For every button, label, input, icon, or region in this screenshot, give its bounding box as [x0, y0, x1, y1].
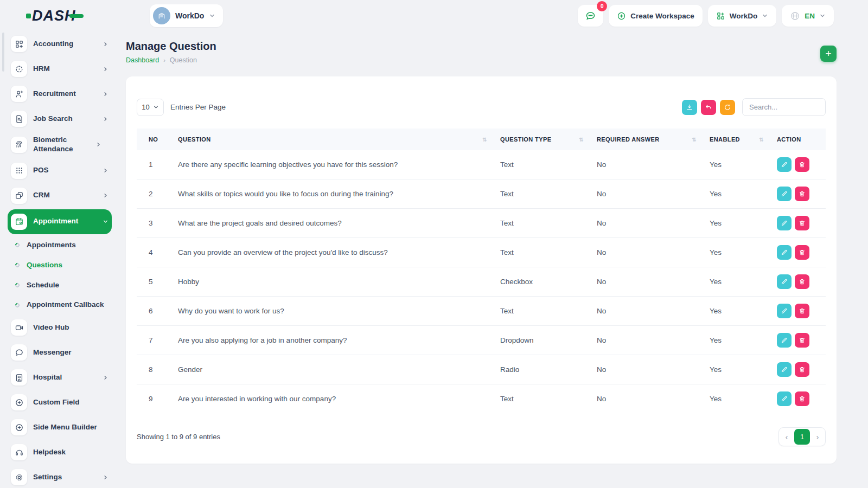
delete-button[interactable]: [795, 391, 809, 406]
fingerprint-icon: [11, 137, 27, 153]
cell-action: [770, 209, 826, 238]
delete-button[interactable]: [795, 245, 809, 260]
sidebar-item-hrm[interactable]: HRM: [8, 56, 112, 81]
entries-per-page-select[interactable]: 10: [137, 99, 164, 116]
top-header: DASH WorkDo 0 Create Workspace WorkDo: [0, 0, 868, 31]
sidebar-item-accounting[interactable]: Accounting: [8, 31, 112, 56]
trash-icon: [799, 161, 806, 168]
chat-bubble-icon: [585, 10, 596, 22]
edit-button[interactable]: [777, 245, 792, 260]
delete-button[interactable]: [795, 187, 809, 201]
cell-enabled: Yes: [703, 326, 770, 355]
sidebar-subitem-appointments[interactable]: Appointments: [8, 235, 112, 255]
showing-entries-text: Showing 1 to 9 of 9 entries: [137, 433, 220, 441]
chevron-right-icon: [95, 142, 101, 147]
reset-button[interactable]: [701, 100, 716, 115]
trash-icon: [799, 220, 806, 227]
page-header: Manage Question Dashboard › Question +: [126, 40, 837, 64]
chevron-right-icon: [103, 66, 108, 72]
sort-icon[interactable]: ⇅: [478, 137, 487, 143]
cell-question: Are there any specific learning objectiv…: [171, 150, 494, 179]
sort-icon[interactable]: ⇅: [575, 137, 584, 143]
table-row: 9 Are you interested in working with our…: [137, 384, 826, 414]
trash-icon: [799, 307, 806, 314]
edit-button[interactable]: [777, 157, 792, 172]
language-selector[interactable]: EN: [782, 5, 834, 27]
workdo-dropdown-label: WorkDo: [730, 12, 758, 20]
cell-question-type: Text: [494, 238, 590, 267]
bullet-icon: [14, 262, 20, 268]
cell-enabled: Yes: [703, 384, 770, 414]
calendar-icon: [11, 214, 27, 230]
circle-plus-icon: [11, 419, 27, 435]
chevron-right-icon: [103, 91, 108, 97]
sidebar-item-custom-field[interactable]: Custom Field: [8, 390, 112, 415]
sort-icon[interactable]: ⇅: [755, 137, 764, 143]
cell-required-answer: No: [590, 384, 703, 414]
sidebar-scrollbar[interactable]: [2, 33, 4, 72]
refresh-button[interactable]: [720, 100, 735, 115]
app-logo[interactable]: DASH: [26, 8, 107, 24]
edit-button[interactable]: [777, 216, 792, 230]
edit-button[interactable]: [777, 304, 792, 318]
breadcrumb-dashboard-link[interactable]: Dashboard: [126, 56, 159, 64]
edit-button[interactable]: [777, 333, 792, 348]
edit-button[interactable]: [777, 274, 792, 289]
workspace-selector[interactable]: WorkDo: [150, 4, 223, 27]
edit-button[interactable]: [777, 391, 792, 406]
sidebar-subitem-questions[interactable]: Questions: [8, 255, 112, 275]
sidebar-item-recruitment[interactable]: Recruitment: [8, 81, 112, 106]
delete-button[interactable]: [795, 304, 809, 318]
cell-required-answer: No: [590, 238, 703, 267]
cell-no: 3: [137, 209, 171, 238]
sidebar-item-biometric-attendance[interactable]: Biometric Attendance: [8, 131, 112, 158]
plus-circle-icon: [617, 11, 626, 21]
sidebar-item-settings[interactable]: Settings: [8, 465, 112, 488]
sidebar-item-hospital[interactable]: Hospital: [8, 365, 112, 390]
export-button[interactable]: [682, 100, 697, 115]
gear-icon: [11, 469, 27, 485]
sidebar-item-side-menu-builder[interactable]: Side Menu Builder: [8, 415, 112, 440]
logo-dot: [26, 14, 31, 18]
sidebar-item-appointment[interactable]: Appointment: [8, 209, 112, 234]
cell-action: [770, 355, 826, 384]
edit-button[interactable]: [777, 187, 792, 201]
sidebar-item-crm[interactable]: CRM: [8, 183, 112, 208]
delete-button[interactable]: [795, 362, 809, 377]
workdo-apps-dropdown[interactable]: WorkDo: [708, 5, 777, 27]
delete-button[interactable]: [795, 157, 809, 172]
cell-question: What are the project goals and desired o…: [171, 209, 494, 238]
delete-button[interactable]: [795, 274, 809, 289]
cell-required-answer: No: [590, 355, 703, 384]
pencil-icon: [781, 395, 788, 402]
delete-button[interactable]: [795, 333, 809, 348]
accounting-icon: [11, 36, 27, 52]
column-header-required-answer: REQUIRED ANSWER⇅: [590, 129, 703, 150]
sidebar-item-helpdesk[interactable]: Helpdesk: [8, 440, 112, 465]
search-input[interactable]: [742, 98, 826, 116]
sidebar-item-messenger[interactable]: Messenger: [8, 340, 112, 365]
pagination-page-1[interactable]: 1: [794, 429, 810, 445]
sidebar-subitem-appointment-callback[interactable]: Appointment Callback: [8, 295, 112, 315]
undo-arrow-icon: [705, 104, 712, 111]
edit-button[interactable]: [777, 362, 792, 377]
sidebar: Accounting HRM Recruitment Job Search Bi…: [0, 28, 116, 488]
sort-icon[interactable]: ⇅: [687, 137, 697, 143]
workspace-avatar: [153, 7, 170, 24]
delete-button[interactable]: [795, 216, 809, 230]
messenger-icon: [11, 344, 27, 361]
sidebar-item-pos[interactable]: POS: [8, 158, 112, 183]
sidebar-item-job-search[interactable]: Job Search: [8, 106, 112, 131]
pagination: ‹ 1 ›: [778, 427, 826, 446]
chevron-right-icon: [103, 192, 108, 198]
pagination-prev-button[interactable]: ‹: [780, 429, 793, 445]
sidebar-item-video-hub[interactable]: Video Hub: [8, 315, 112, 340]
entries-per-page-label: Entries Per Page: [170, 103, 226, 111]
add-question-button[interactable]: +: [820, 46, 837, 62]
sidebar-subitem-schedule[interactable]: Schedule: [8, 275, 112, 296]
pos-grid-icon: [11, 163, 27, 179]
cell-question-type: Radio: [494, 355, 590, 384]
create-workspace-button[interactable]: Create Workspace: [609, 5, 703, 27]
pagination-next-button[interactable]: ›: [811, 429, 824, 445]
messages-button[interactable]: 0: [578, 5, 603, 27]
